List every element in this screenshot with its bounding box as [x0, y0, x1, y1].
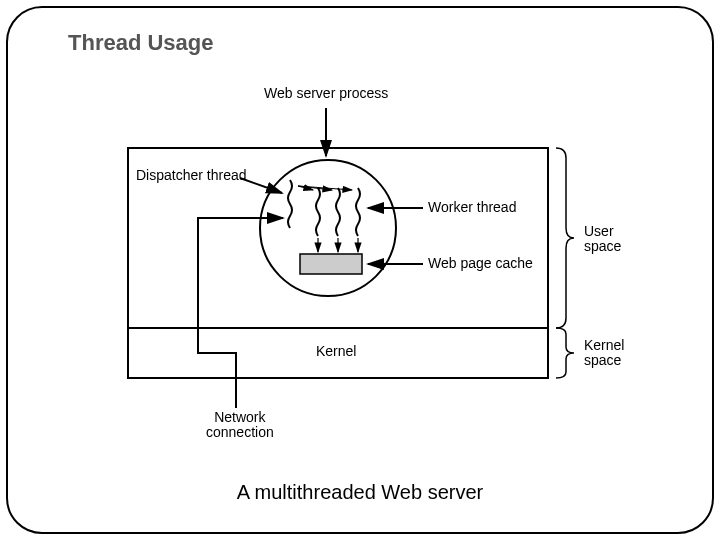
slide-caption: A multithreaded Web server [8, 481, 712, 504]
label-web-page-cache: Web page cache [428, 256, 533, 271]
diagram-area: Web server process Dispatcher thread Wor… [88, 78, 648, 448]
label-user-space: User space [584, 224, 621, 255]
label-network-connection: Network connection [206, 410, 274, 441]
label-web-server-process: Web server process [264, 86, 388, 101]
svg-rect-3 [300, 254, 362, 274]
label-kernel: Kernel [316, 344, 356, 359]
label-dispatcher-thread: Dispatcher thread [136, 168, 247, 183]
label-kernel-space: Kernel space [584, 338, 624, 369]
slide-title: Thread Usage [68, 30, 214, 56]
svg-point-2 [260, 160, 396, 296]
label-worker-thread: Worker thread [428, 200, 516, 215]
slide-frame: Thread Usage [6, 6, 714, 534]
diagram-svg [88, 78, 648, 448]
